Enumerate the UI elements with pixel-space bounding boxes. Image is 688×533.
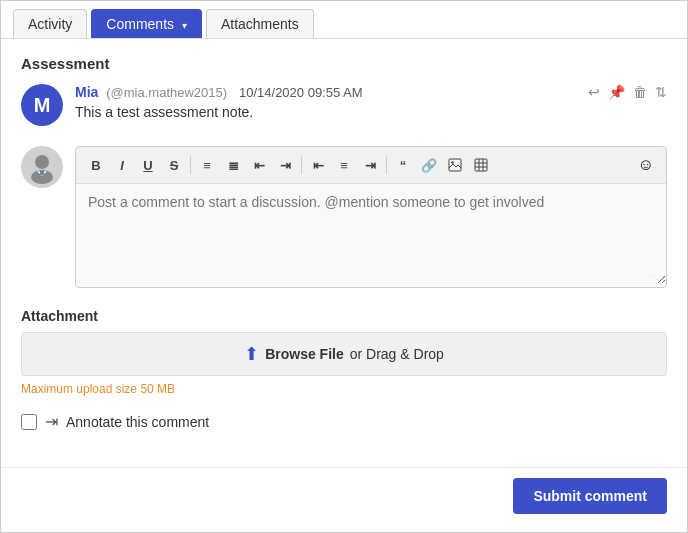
align-left-button[interactable]: ⇤ xyxy=(306,153,330,177)
annotate-icon: ⇥ xyxy=(45,412,58,431)
toolbar-sep-2 xyxy=(301,156,302,174)
indent-right-button[interactable]: ⇥ xyxy=(273,153,297,177)
comment-actions: ↩ 📌 🗑 ⇅ xyxy=(588,84,667,100)
pin-icon[interactable]: 📌 xyxy=(608,84,625,100)
delete-icon[interactable]: 🗑 xyxy=(633,84,647,100)
tab-attachments[interactable]: Attachments xyxy=(206,9,314,38)
comment-meta: Mia (@mia.mathew2015) 10/14/2020 09:55 A… xyxy=(75,84,667,100)
footer-bar: Submit comment xyxy=(1,467,687,524)
italic-button[interactable]: I xyxy=(110,153,134,177)
editor-content-wrap: ⋱ xyxy=(76,184,666,287)
emoji-button[interactable]: ☺ xyxy=(634,153,658,177)
annotate-label: Annotate this comment xyxy=(66,414,209,430)
indent-left-button[interactable]: ⇤ xyxy=(247,153,271,177)
unordered-list-button[interactable]: ≡ xyxy=(195,153,219,177)
svg-rect-2 xyxy=(40,170,44,175)
attachment-label: Attachment xyxy=(21,308,667,324)
comment-meta-left: Mia (@mia.mathew2015) 10/14/2020 09:55 A… xyxy=(75,84,363,100)
ordered-list-button[interactable]: ≣ xyxy=(221,153,245,177)
resize-handle: ⋱ xyxy=(652,274,662,285)
blockquote-button[interactable]: “ xyxy=(391,153,415,177)
comment-textarea[interactable] xyxy=(76,184,666,284)
current-user-avatar xyxy=(21,146,63,188)
comment-text: This a test assessment note. xyxy=(75,104,667,120)
underline-button[interactable]: U xyxy=(136,153,160,177)
comment-editor: B I U S ≡ ≣ ⇤ ⇥ ⇤ ≡ ⇥ “ 🔗 xyxy=(75,146,667,288)
browse-file-button[interactable]: ⬆ Browse File or Drag & Drop xyxy=(21,332,667,376)
align-center-button[interactable]: ≡ xyxy=(332,153,356,177)
submit-comment-button[interactable]: Submit comment xyxy=(513,478,667,514)
avatar: M xyxy=(21,84,63,126)
upload-icon: ⬆ xyxy=(244,343,259,365)
comment-handle: (@mia.mathew2015) xyxy=(106,85,227,100)
comment-author[interactable]: Mia xyxy=(75,84,98,100)
toolbar-sep-3 xyxy=(386,156,387,174)
svg-point-4 xyxy=(451,161,453,163)
svg-rect-5 xyxy=(475,159,487,171)
annotate-row: ⇥ Annotate this comment xyxy=(21,412,667,431)
new-comment-area: B I U S ≡ ≣ ⇤ ⇥ ⇤ ≡ ⇥ “ 🔗 xyxy=(21,146,667,288)
annotate-checkbox[interactable] xyxy=(21,414,37,430)
section-title: Assessment xyxy=(21,55,667,72)
comment-entry: M Mia (@mia.mathew2015) 10/14/2020 09:55… xyxy=(21,84,667,126)
tabs-bar: Activity Comments ▾ Attachments xyxy=(1,1,687,39)
editor-toolbar: B I U S ≡ ≣ ⇤ ⇥ ⇤ ≡ ⇥ “ 🔗 xyxy=(76,147,666,184)
strikethrough-button[interactable]: S xyxy=(162,153,186,177)
reply-icon[interactable]: ↩ xyxy=(588,84,600,100)
comments-caret-icon: ▾ xyxy=(182,20,187,31)
toolbar-sep-1 xyxy=(190,156,191,174)
link-button[interactable]: 🔗 xyxy=(417,153,441,177)
main-content: Assessment M Mia (@mia.mathew2015) 10/14… xyxy=(1,39,687,467)
svg-rect-3 xyxy=(449,159,461,171)
table-button[interactable] xyxy=(469,153,493,177)
move-icon[interactable]: ⇅ xyxy=(655,84,667,100)
comment-body: Mia (@mia.mathew2015) 10/14/2020 09:55 A… xyxy=(75,84,667,120)
browse-file-label: Browse File xyxy=(265,346,344,362)
image-button[interactable] xyxy=(443,153,467,177)
drag-drop-label: or Drag & Drop xyxy=(350,346,444,362)
tab-comments[interactable]: Comments ▾ xyxy=(91,9,202,38)
comment-date: 10/14/2020 09:55 AM xyxy=(239,85,363,100)
svg-point-0 xyxy=(35,155,49,169)
attachment-section: Attachment ⬆ Browse File or Drag & Drop … xyxy=(21,308,667,396)
bold-button[interactable]: B xyxy=(84,153,108,177)
upload-limit: Maximum upload size 50 MB xyxy=(21,382,667,396)
tab-activity[interactable]: Activity xyxy=(13,9,87,38)
align-right-button[interactable]: ⇥ xyxy=(358,153,382,177)
